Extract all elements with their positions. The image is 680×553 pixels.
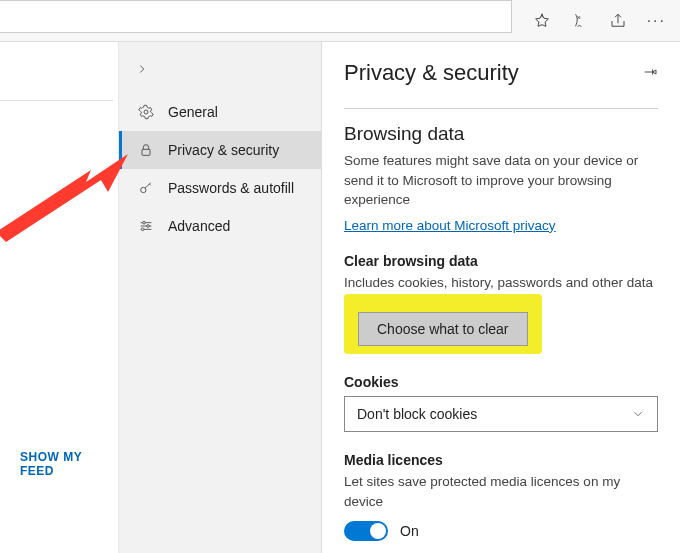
media-licences-desc: Let sites save protected media licences … [344,472,658,511]
clear-data-heading: Clear browsing data [344,253,658,269]
sliders-icon [138,218,154,234]
cookies-heading: Cookies [344,374,658,390]
media-licences-toggle-label: On [400,523,419,539]
sidebar-item-label: Advanced [168,218,230,234]
page-title: Privacy & security [344,60,519,86]
sidebar-item-advanced[interactable]: Advanced [119,207,321,245]
sidebar-item-privacy-security[interactable]: Privacy & security [119,131,321,169]
svg-point-7 [143,221,146,224]
settings-content: Privacy & security Browsing data Some fe… [322,42,680,553]
sidebar-item-label: General [168,104,218,120]
browsing-data-desc: Some features might save data on your de… [344,151,658,210]
page-left-gutter: SHOW MY FEED [0,42,119,553]
cookies-select-value: Don't block cookies [357,406,477,422]
svg-point-3 [141,187,146,192]
browsing-data-heading: Browsing data [344,123,658,145]
cookies-select[interactable]: Don't block cookies [344,396,658,432]
lock-icon [138,142,154,158]
svg-point-9 [141,228,144,231]
browser-toolbar: ··· [0,0,680,42]
gear-icon [138,104,154,120]
share-icon[interactable] [609,12,627,30]
favorites-star-icon[interactable] [533,12,551,30]
svg-point-8 [147,225,150,228]
sidebar-item-general[interactable]: General [119,93,321,131]
chevron-down-icon [631,407,645,421]
settings-sidebar: General Privacy & security Passwords & a… [119,42,322,553]
svg-point-1 [144,110,148,114]
show-my-feed-link[interactable]: SHOW MY FEED [20,450,118,478]
privacy-learn-more-link[interactable]: Learn more about Microsoft privacy [344,218,556,233]
more-icon[interactable]: ··· [647,12,666,30]
sidebar-item-label: Privacy & security [168,142,279,158]
clear-data-desc: Includes cookies, history, passwords and… [344,273,658,293]
media-licences-toggle[interactable] [344,521,388,541]
pin-icon[interactable] [642,64,658,83]
nav-back-button[interactable] [119,56,321,93]
key-icon [138,180,154,196]
svg-rect-2 [142,149,150,155]
reading-list-icon[interactable] [571,12,589,30]
sidebar-item-passwords-autofill[interactable]: Passwords & autofill [119,169,321,207]
media-licences-heading: Media licences [344,452,658,468]
annotation-highlight: Choose what to clear [344,294,542,354]
choose-what-to-clear-button[interactable]: Choose what to clear [358,312,528,346]
address-bar[interactable] [0,0,512,33]
sidebar-item-label: Passwords & autofill [168,180,294,196]
